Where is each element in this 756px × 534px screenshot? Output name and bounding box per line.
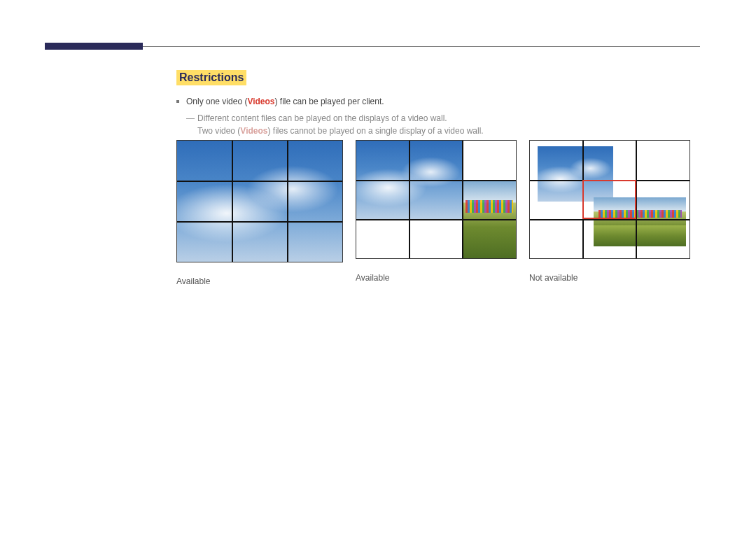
bullet-text: Only one video (Videos) file can be play… <box>186 95 384 108</box>
grid-line-vertical <box>409 141 410 258</box>
videos-keyword: Videos <box>240 126 267 136</box>
grid-line-vertical <box>462 141 463 258</box>
section-heading: Restrictions <box>176 70 246 85</box>
text-fragment: ) file can be played per client. <box>275 97 384 106</box>
grid-line-horizontal <box>356 219 516 220</box>
bullet-dot-icon <box>176 100 179 103</box>
sub-bullet: ― Different content files can be played … <box>186 112 700 137</box>
figure-caption: Available <box>176 276 343 286</box>
video-wall-grid <box>176 140 343 262</box>
figure-row: Available Available <box>176 140 690 286</box>
sub-line: Different content files can be played on… <box>197 112 700 125</box>
flags-detail <box>465 200 514 213</box>
text-fragment: Two video ( <box>197 126 240 136</box>
dash-icon: ― <box>186 112 195 125</box>
video-sky <box>177 141 342 262</box>
figure-caption: Available <box>356 273 517 283</box>
top-rule <box>45 46 700 47</box>
grid-line-horizontal <box>177 221 342 223</box>
video-wall-grid <box>356 140 517 259</box>
figure-not-available: Not available <box>529 140 690 286</box>
video-field-grass <box>594 225 686 246</box>
bullet-list: Only one video (Videos) file can be play… <box>176 95 700 137</box>
figure-available-1: Available <box>176 140 343 286</box>
grid-line-horizontal <box>177 181 342 182</box>
grid-line-vertical <box>287 141 288 262</box>
figure-available-2: Available <box>356 140 517 286</box>
figure-caption: Not available <box>529 273 690 283</box>
sub-line: Two video (Videos) files cannot be playe… <box>197 125 700 137</box>
videos-keyword: Videos <box>247 97 274 106</box>
text-fragment: ) files cannot be played on a single dis… <box>268 126 484 136</box>
grid-line-vertical <box>232 141 233 262</box>
bullet-item: Only one video (Videos) file can be play… <box>176 95 700 108</box>
content-column: Restrictions Only one video (Videos) fil… <box>176 70 700 137</box>
grid-line-horizontal <box>356 180 516 181</box>
document-page: Restrictions Only one video (Videos) fil… <box>0 0 756 534</box>
accent-bar <box>45 43 143 50</box>
video-wall-grid <box>529 140 690 259</box>
overlap-highlight <box>582 180 636 219</box>
text-fragment: Only one video ( <box>186 97 247 106</box>
